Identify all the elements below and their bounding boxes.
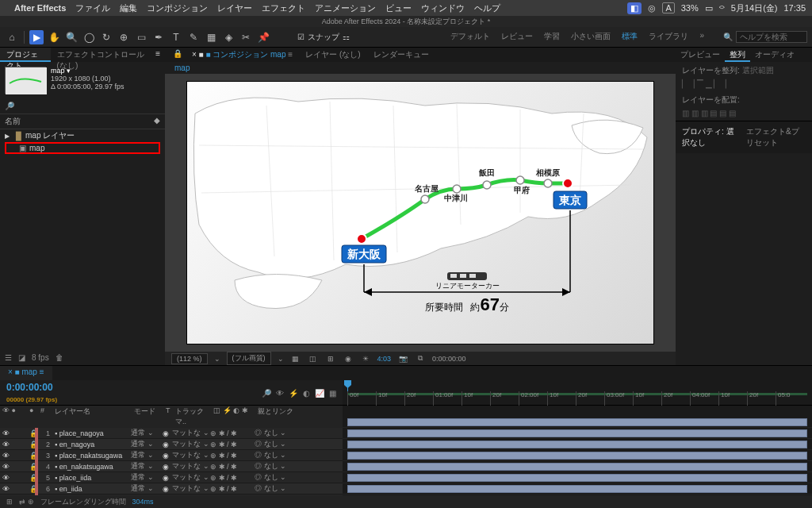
col-tag-icon[interactable]: ◆: [154, 116, 160, 127]
brush-tool[interactable]: ✎: [186, 30, 201, 44]
comp-viewer[interactable]: 名古屋 中津川 飯田 甲府 相模原 新大阪 東京: [165, 74, 676, 352]
guides-icon[interactable]: ⊞: [325, 355, 336, 363]
tab-preview[interactable]: プレビュー: [676, 48, 725, 62]
col-trackmatte[interactable]: トラックマ..: [173, 406, 211, 427]
timeline-ruler[interactable]: 00f10f20f01:00f10f20f02:00f10f20f03:00f1…: [343, 380, 812, 405]
comp-thumbnail[interactable]: [5, 67, 46, 94]
align-target-dropdown[interactable]: 選択範囲: [742, 66, 774, 75]
layer-bar[interactable]: [347, 429, 807, 437]
eraser-tool[interactable]: ◈: [221, 30, 236, 44]
tl-graph-icon[interactable]: 📈: [315, 389, 324, 398]
zoom-dropdown[interactable]: (112 %): [171, 353, 208, 364]
roto-tool[interactable]: ✂: [239, 30, 253, 44]
app-name[interactable]: After Effects: [14, 3, 66, 13]
ws-default[interactable]: デフォルト: [450, 31, 490, 43]
project-search-icon[interactable]: 🔎: [5, 102, 14, 110]
tab-align[interactable]: 整列: [725, 48, 750, 62]
menu-file[interactable]: ファイル: [75, 2, 110, 14]
project-item-folder[interactable]: ▶ ▉ map レイヤー: [5, 129, 160, 142]
a11y-icon[interactable]: A: [662, 2, 674, 13]
exposure-value[interactable]: 4:03: [377, 355, 392, 363]
ws-review[interactable]: レビュー: [501, 31, 533, 43]
transparency-icon[interactable]: ▦: [290, 355, 301, 363]
menu-edit[interactable]: 編集: [120, 2, 137, 14]
resolution-dropdown[interactable]: (フル画質): [227, 352, 271, 365]
selection-tool[interactable]: ▶: [29, 30, 44, 44]
tab-comp[interactable]: × ■ ■ コンポジション map ≡: [186, 48, 299, 62]
rotate-tool[interactable]: ↻: [99, 30, 113, 44]
hand-tool[interactable]: ✋: [47, 30, 61, 44]
ws-small[interactable]: 小さい画面: [571, 31, 611, 43]
channel-icon[interactable]: ◉: [343, 355, 354, 363]
snap-checkbox[interactable]: ☑: [297, 33, 304, 41]
project-items-list[interactable]: ▶ ▉ map レイヤー ▣ map: [0, 129, 165, 154]
timeline-layers[interactable]: 👁 ● ● # レイヤー名 モード T トラックマ.. ◫ ⚡ ◐ ✱ 親とリン…: [0, 406, 343, 495]
layer-bar[interactable]: [347, 463, 807, 471]
timeline-timecode[interactable]: 0:00:00:00: [6, 382, 53, 393]
trash-icon[interactable]: 🗑: [56, 353, 63, 362]
timeline-tab[interactable]: × ■ map ≡: [0, 366, 52, 380]
layer-row[interactable]: 👁 🔒 3 ▪ place_nakatsugawa 通常 ⌄ ◉ マットな ⌄ …: [0, 450, 343, 461]
col-name-header[interactable]: 名前: [5, 116, 154, 127]
exposure-icon[interactable]: ☀: [360, 355, 371, 363]
tab-render-queue[interactable]: レンダーキュー: [367, 48, 435, 62]
tl-mb-icon[interactable]: ◐: [303, 389, 310, 398]
rect-tool[interactable]: ▭: [134, 30, 148, 44]
tab-effects-presets[interactable]: エフェクト&プリセット: [746, 126, 806, 148]
tab-project[interactable]: プロジェクト: [0, 48, 51, 62]
puppet-tool[interactable]: 📌: [256, 30, 270, 44]
snapshot-icon[interactable]: 📷: [397, 355, 408, 363]
layer-bar[interactable]: [347, 485, 807, 493]
menu-animation[interactable]: アニメーション: [315, 2, 376, 14]
layer-row[interactable]: 👁 🔒 1 ▪ place_nagoya 通常 ⌄ ◉ マットな ⌄ ⊕ ✱ /…: [0, 428, 343, 439]
layer-bar[interactable]: [347, 418, 807, 426]
menu-help[interactable]: ヘルプ: [474, 2, 500, 14]
layer-row[interactable]: 👁 🔒 6 ▪ en_iida 通常 ⌄ ◉ マットな ⌄ ⊕ ✱ / ✱ ◎ …: [0, 483, 343, 495]
cc-icon[interactable]: ◎: [648, 3, 656, 13]
help-search-input[interactable]: [736, 31, 807, 43]
tl-search-icon[interactable]: 🔎: [262, 389, 271, 398]
align-buttons[interactable]: ▏▕ ▔ ▁ ▏▕: [682, 79, 806, 88]
snap-options-icon[interactable]: ⚏: [343, 33, 350, 41]
col-vis[interactable]: 👁 ●: [0, 406, 27, 427]
col-parent[interactable]: 親とリンク: [255, 406, 343, 427]
layer-bar[interactable]: [347, 441, 807, 448]
tl-3d-icon[interactable]: ▦: [329, 389, 336, 398]
home-icon[interactable]: ⌂: [5, 30, 19, 44]
viewer-timecode[interactable]: 0:00:00:00: [432, 355, 466, 363]
tab-properties[interactable]: プロパティ: 選択なし: [682, 126, 735, 148]
menu-layer[interactable]: レイヤー: [217, 2, 252, 14]
tab-layer[interactable]: レイヤー (なし): [299, 48, 366, 62]
status-pill-icon[interactable]: ◧: [627, 2, 642, 14]
ws-standard[interactable]: 標準: [622, 31, 638, 43]
layer-row[interactable]: 👁 🔒 4 ▪ en_nakatsugawa 通常 ⌄ ◉ マットな ⌄ ⊕ ✱…: [0, 461, 343, 472]
interpret-icon[interactable]: ☰: [5, 353, 12, 362]
layer-bar[interactable]: [347, 474, 807, 482]
tab-effect-controls[interactable]: エフェクトコントロール (なし): [51, 48, 151, 62]
timeline-bars[interactable]: [343, 406, 812, 495]
tl-fx-icon[interactable]: ⚡: [289, 389, 298, 398]
comp-breadcrumb[interactable]: map: [174, 64, 190, 72]
tl-toggle-icon[interactable]: ⊞: [6, 498, 13, 506]
disclosure-icon[interactable]: ▶: [5, 133, 13, 140]
layer-bar[interactable]: [347, 452, 807, 460]
lock-icon[interactable]: 🔒: [170, 48, 186, 62]
zoom-tool[interactable]: 🔍: [64, 30, 79, 44]
menu-composition[interactable]: コンポジション: [147, 2, 208, 14]
orbit-tool[interactable]: ◯: [82, 30, 96, 44]
layer-row[interactable]: 👁 🔒 2 ▪ en_nagoya 通常 ⌄ ◉ マットな ⌄ ⊕ ✱ / ✱ …: [0, 439, 343, 450]
mask-icon[interactable]: ◫: [308, 355, 319, 363]
res-chevron[interactable]: ⌄: [278, 355, 284, 363]
pen-tool[interactable]: ✒: [151, 30, 166, 44]
menu-view[interactable]: ビュー: [385, 2, 412, 14]
res-chevron[interactable]: ⌄: [214, 355, 220, 363]
tl-switches-icon[interactable]: ⇄ ⊕: [19, 498, 34, 506]
text-tool[interactable]: T: [169, 30, 183, 44]
anchor-tool[interactable]: ⊕: [117, 30, 131, 44]
proj-fps[interactable]: 8 fps: [32, 353, 49, 362]
preview-icon[interactable]: ⧉: [415, 354, 426, 363]
wifi-icon[interactable]: ⌔: [719, 3, 725, 13]
menu-effect[interactable]: エフェクト: [262, 2, 305, 14]
col-mode[interactable]: モード: [132, 406, 163, 427]
tab-audio[interactable]: オーディオ: [750, 48, 799, 62]
